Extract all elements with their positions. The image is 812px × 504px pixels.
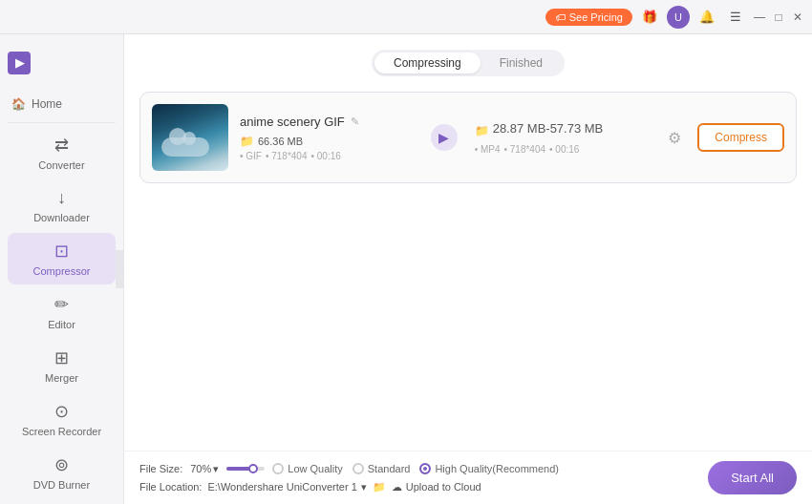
app-body: ▶ 🏠 Home ⇄ Converter ↓ Downloader ⊡ Comp… bbox=[0, 34, 812, 504]
cloud-icon: ☁ bbox=[392, 481, 402, 494]
convert-arrow-icon: ▶ bbox=[431, 124, 458, 151]
quality-option-standard[interactable]: Standard bbox=[353, 463, 411, 474]
location-row: File Location: E:\Wondershare UniConvert… bbox=[139, 481, 693, 494]
main-content: Compressing Finished anime scenery GIF ✎… bbox=[124, 34, 812, 504]
titlebar-actions: 🏷 See Pricing 🎁 U 🔔 ☰ — □ ✕ bbox=[545, 6, 804, 29]
bottom-left: File Size: 70% ▾ bbox=[139, 463, 693, 494]
arrow-area: ▶ bbox=[425, 124, 463, 151]
merger-icon: ⊞ bbox=[54, 347, 69, 368]
close-button[interactable]: ✕ bbox=[791, 10, 804, 24]
compress-button[interactable]: Compress bbox=[697, 123, 784, 152]
input-file-tags: • GIF • 718*404 • 00:16 bbox=[240, 151, 414, 161]
app-logo-icon: ▶ bbox=[8, 52, 31, 74]
quality-row: File Size: 70% ▾ bbox=[139, 463, 693, 475]
minimize-button[interactable]: — bbox=[753, 10, 766, 24]
input-file-meta: 📁 66.36 MB bbox=[240, 135, 414, 148]
sidebar-item-compressor-label: Compressor bbox=[33, 265, 91, 277]
sidebar-item-downloader[interactable]: ↓ Downloader bbox=[8, 180, 116, 231]
radio-standard bbox=[353, 463, 364, 474]
file-name-row: anime scenery GIF ✎ bbox=[240, 115, 414, 129]
output-size-range: 28.87 MB-57.73 MB bbox=[493, 121, 604, 136]
sidebar-item-converter[interactable]: ⇄ Converter bbox=[8, 127, 116, 178]
file-size-label: File Size: bbox=[139, 463, 182, 474]
quality-option-low[interactable]: Low Quality bbox=[272, 463, 342, 474]
sidebar-item-dvd-burner[interactable]: ⊚ DVD Burner bbox=[8, 447, 116, 498]
size-select-dropdown[interactable]: 70% ▾ bbox=[190, 463, 219, 475]
logo-graphic: ▶ bbox=[15, 56, 24, 70]
folder-icon: 📁 bbox=[240, 135, 254, 148]
start-all-button[interactable]: Start All bbox=[708, 461, 797, 494]
quality-option-high[interactable]: High Quality(Recommend) bbox=[419, 463, 559, 474]
dropdown-arrow-icon: ▾ bbox=[213, 463, 219, 475]
sidebar-item-converter-label: Converter bbox=[38, 159, 84, 171]
output-folder-icon: 📁 bbox=[475, 124, 489, 137]
home-label: Home bbox=[32, 97, 62, 111]
bottom-bar: File Size: 70% ▾ bbox=[124, 451, 812, 504]
converter-icon: ⇄ bbox=[54, 135, 69, 156]
edit-filename-icon[interactable]: ✎ bbox=[351, 116, 359, 128]
downloader-icon: ↓ bbox=[57, 188, 66, 208]
file-name: anime scenery GIF bbox=[240, 115, 345, 129]
sidebar-item-editor[interactable]: ✏ Editor bbox=[8, 286, 116, 338]
maximize-button[interactable]: □ bbox=[772, 10, 785, 24]
file-card: anime scenery GIF ✎ 📁 66.36 MB • GIF • 7… bbox=[139, 92, 797, 183]
sidebar-item-merger[interactable]: ⊞ Merger bbox=[8, 340, 116, 391]
gift-icon[interactable]: 🎁 bbox=[638, 6, 661, 29]
sidebar-item-downloader-label: Downloader bbox=[33, 212, 90, 223]
tab-bar: Compressing Finished bbox=[139, 50, 797, 76]
quality-options: Low Quality Standard High Quality(Recomm… bbox=[272, 463, 559, 474]
see-pricing-button[interactable]: 🏷 See Pricing bbox=[545, 9, 632, 26]
radio-low bbox=[272, 463, 284, 474]
output-format-tag: • MP4 bbox=[475, 144, 501, 155]
quality-slider[interactable] bbox=[226, 467, 265, 471]
titlebar: 🏷 See Pricing 🎁 U 🔔 ☰ — □ ✕ bbox=[0, 0, 812, 34]
action-area: ⚙ Compress bbox=[659, 122, 784, 153]
output-resolution-tag: • 718*404 bbox=[504, 144, 546, 155]
radio-high bbox=[419, 463, 431, 474]
tab-compressing[interactable]: Compressing bbox=[374, 52, 481, 74]
user-avatar[interactable]: U bbox=[667, 6, 690, 29]
settings-icon-button[interactable]: ⚙ bbox=[659, 122, 690, 153]
sidebar-item-dvd-burner-label: DVD Burner bbox=[33, 479, 90, 491]
logo-area: ▶ bbox=[0, 42, 123, 90]
screen-recorder-icon: ⊙ bbox=[54, 401, 69, 422]
quality-slider-wrapper bbox=[226, 467, 265, 471]
editor-icon: ✏ bbox=[54, 294, 69, 315]
cloud-decoration bbox=[161, 137, 209, 157]
tab-finished[interactable]: Finished bbox=[481, 52, 562, 74]
location-label: File Location: bbox=[139, 481, 202, 493]
file-thumbnail bbox=[152, 104, 228, 171]
input-resolution-tag: • 718*404 bbox=[266, 151, 308, 161]
location-path: E:\Wondershare UniConverter 1 ▾ bbox=[207, 481, 366, 494]
sidebar: ▶ 🏠 Home ⇄ Converter ↓ Downloader ⊡ Comp… bbox=[0, 34, 124, 504]
sidebar-divider bbox=[8, 122, 116, 123]
input-format-tag: • GIF bbox=[240, 151, 262, 161]
sidebar-item-home[interactable]: 🏠 Home bbox=[0, 90, 123, 118]
sidebar-item-compressor[interactable]: ⊡ Compressor bbox=[8, 233, 116, 284]
input-duration-tag: • 00:16 bbox=[311, 151, 341, 161]
size-value: 70% bbox=[190, 463, 211, 474]
home-icon: 🏠 bbox=[11, 97, 26, 111]
location-dropdown-arrow: ▾ bbox=[361, 481, 367, 494]
quality-low-label: Low Quality bbox=[288, 463, 342, 474]
sidebar-item-tools[interactable]: ⊟ Tools bbox=[8, 500, 116, 504]
sidebar-item-screen-recorder[interactable]: ⊙ Screen Recorder bbox=[8, 393, 116, 445]
tab-group: Compressing Finished bbox=[372, 50, 565, 76]
location-path-text: E:\Wondershare UniConverter 1 bbox=[207, 481, 356, 493]
upload-to-cloud-button[interactable]: ☁ Upload to Cloud bbox=[392, 481, 481, 494]
upload-cloud-label: Upload to Cloud bbox=[406, 481, 481, 493]
quality-high-label: High Quality(Recommend) bbox=[435, 463, 559, 474]
output-duration-tag: • 00:16 bbox=[549, 144, 579, 155]
dvd-burner-icon: ⊚ bbox=[54, 454, 69, 475]
input-file-info: anime scenery GIF ✎ 📁 66.36 MB • GIF • 7… bbox=[240, 115, 414, 161]
menu-icon[interactable]: ☰ bbox=[724, 6, 747, 29]
sidebar-item-merger-label: Merger bbox=[45, 372, 78, 384]
input-size: 66.36 MB bbox=[258, 136, 303, 147]
tag-icon: 🏷 bbox=[555, 11, 566, 23]
output-file-info: 📁 28.87 MB-57.73 MB • MP4 • 718*404 • 00… bbox=[475, 121, 649, 155]
sidebar-item-screen-recorder-label: Screen Recorder bbox=[22, 426, 101, 437]
bell-icon[interactable]: 🔔 bbox=[695, 6, 718, 29]
browse-folder-icon[interactable]: 📁 bbox=[373, 481, 386, 494]
slider-thumb bbox=[248, 464, 258, 473]
compressor-icon: ⊡ bbox=[54, 241, 69, 262]
